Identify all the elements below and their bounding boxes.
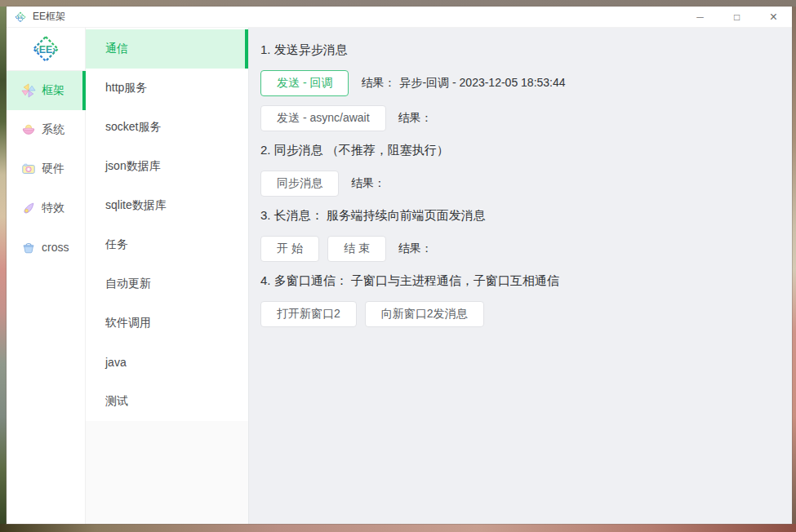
section-multi-window: 4. 多窗口通信： 子窗口与主进程通信，子窗口互相通信 打开新窗口2 向新窗口2… xyxy=(260,273,779,327)
close-icon: × xyxy=(770,11,777,24)
sidebar-item-framework[interactable]: 框架 xyxy=(7,71,85,110)
maximize-button[interactable]: □ xyxy=(718,7,755,28)
primary-sidebar: ‹EE› 框架 系统 xyxy=(7,28,86,524)
sync-message-button[interactable]: 同步消息 xyxy=(260,171,339,197)
menu-item-test[interactable]: 测试 xyxy=(86,382,248,421)
camera-icon xyxy=(21,162,36,176)
main-content: 1. 发送异步消息 发送 - 回调 结果：异步-回调 - 2023-12-05 … xyxy=(249,28,792,524)
desktop-wallpaper-bottom xyxy=(0,524,796,532)
open-window2-button[interactable]: 打开新窗口2 xyxy=(260,301,357,327)
title-bar: EE EE框架 ─ □ × xyxy=(7,7,792,28)
sidebar-item-label: 框架 xyxy=(42,83,64,98)
secondary-menu-list: 通信 http服务 socket服务 json数据库 sqlite数据库 任务 … xyxy=(86,28,248,421)
menu-item-task[interactable]: 任务 xyxy=(86,225,248,264)
result-value: 异步-回调 - 2023-12-05 18:53:44 xyxy=(399,76,565,89)
ee-logo-icon: ‹EE› xyxy=(29,32,63,66)
result-text: 结果：异步-回调 - 2023-12-05 18:53:44 xyxy=(361,76,565,91)
menu-item-communication[interactable]: 通信 xyxy=(86,29,248,69)
start-button[interactable]: 开 始 xyxy=(260,236,319,262)
menu-item-java[interactable]: java xyxy=(86,343,248,382)
section-long-message: 3. 长消息： 服务端持续向前端页面发消息 开 始 结 束 结果： xyxy=(260,208,779,262)
maximize-icon: □ xyxy=(734,12,740,22)
sidebar-item-effects[interactable]: 特效 xyxy=(7,188,85,228)
sidebar-item-label: 系统 xyxy=(42,122,64,137)
section-heading: 1. 发送异步消息 xyxy=(260,42,779,58)
action-row: 同步消息 结果： xyxy=(260,171,779,197)
app-window: EE EE框架 ─ □ × ‹EE› xyxy=(7,7,792,524)
section-heading: 4. 多窗口通信： 子窗口与主进程通信，子窗口互相通信 xyxy=(260,273,779,289)
send-callback-button[interactable]: 发送 - 回调 xyxy=(260,70,349,96)
sidebar-item-label: 硬件 xyxy=(42,162,64,176)
action-row: 开 始 结 束 结果： xyxy=(260,236,779,262)
desktop-wallpaper-left xyxy=(0,7,7,532)
section-async-message: 1. 发送异步消息 发送 - 回调 结果：异步-回调 - 2023-12-05 … xyxy=(260,42,779,131)
stop-button[interactable]: 结 束 xyxy=(327,236,386,262)
close-button[interactable]: × xyxy=(755,7,792,28)
result-text: 结果： xyxy=(398,111,437,126)
menu-item-sqlite-database[interactable]: sqlite数据库 xyxy=(86,186,248,225)
result-label: 结果： xyxy=(398,111,433,124)
desktop-wallpaper-top xyxy=(0,0,796,7)
svg-text:EE: EE xyxy=(18,14,24,19)
menu-item-auto-update[interactable]: 自动更新 xyxy=(86,264,248,304)
result-label: 结果： xyxy=(361,76,395,89)
send-to-window2-button[interactable]: 向新窗口2发消息 xyxy=(365,301,484,327)
action-row: 发送 - 回调 结果：异步-回调 - 2023-12-05 18:53:44 xyxy=(260,70,779,96)
result-label: 结果： xyxy=(398,242,433,255)
sidebar-item-label: 特效 xyxy=(42,201,64,215)
menu-item-json-database[interactable]: json数据库 xyxy=(86,147,248,186)
result-text: 结果： xyxy=(351,176,389,191)
result-label: 结果： xyxy=(351,176,385,189)
result-text: 结果： xyxy=(398,242,437,256)
basket-icon xyxy=(21,240,36,255)
section-heading: 2. 同步消息 （不推荐，阻塞执行） xyxy=(260,143,779,158)
pinwheel-icon xyxy=(21,83,36,98)
minimize-icon: ─ xyxy=(696,12,704,22)
minimize-button[interactable]: ─ xyxy=(682,7,718,28)
comet-icon xyxy=(21,201,36,215)
desktop-wallpaper-right xyxy=(792,7,796,532)
menu-item-socket-service[interactable]: socket服务 xyxy=(86,108,248,147)
app-logo-icon: EE xyxy=(14,11,27,24)
sidebar-item-label: cross xyxy=(42,241,69,254)
logo-cell: ‹EE› xyxy=(7,28,85,71)
svg-text:‹EE›: ‹EE› xyxy=(36,44,56,55)
sidebar-item-system[interactable]: 系统 xyxy=(7,110,85,149)
send-async-await-button[interactable]: 发送 - async/await xyxy=(260,105,386,131)
bowl-icon xyxy=(21,122,36,137)
sidebar-item-hardware[interactable]: 硬件 xyxy=(7,149,85,188)
secondary-menu: 通信 http服务 socket服务 json数据库 sqlite数据库 任务 … xyxy=(86,28,249,524)
window-title: EE框架 xyxy=(33,10,65,24)
menu-item-http-service[interactable]: http服务 xyxy=(86,69,248,108)
menu-item-software-call[interactable]: 软件调用 xyxy=(86,304,248,343)
action-row: 打开新窗口2 向新窗口2发消息 xyxy=(260,301,779,327)
sidebar-item-cross[interactable]: cross xyxy=(7,228,85,267)
action-row: 发送 - async/await 结果： xyxy=(260,105,779,131)
section-sync-message: 2. 同步消息 （不推荐，阻塞执行） 同步消息 结果： xyxy=(260,143,779,197)
section-heading: 3. 长消息： 服务端持续向前端页面发消息 xyxy=(260,208,779,224)
